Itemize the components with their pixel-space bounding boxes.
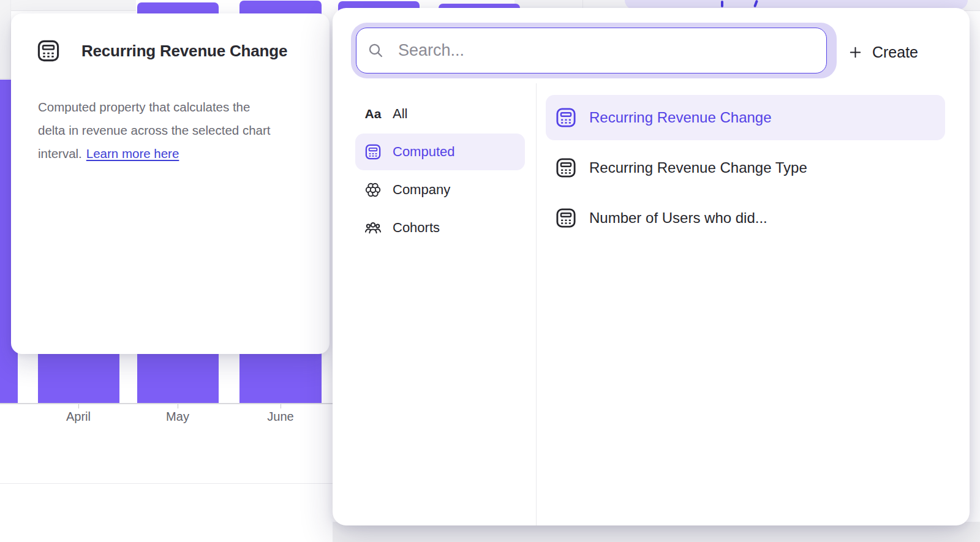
tooltip-description-line: Computed property that calculates the	[38, 96, 320, 119]
tooltip-description-line: interval.Learn more here	[38, 142, 320, 165]
search-input[interactable]	[397, 40, 814, 61]
category-tab-cohorts[interactable]: Cohorts	[333, 209, 536, 247]
text-aa-icon: Aa	[363, 104, 383, 124]
result-label: Recurring Revenue Change	[589, 109, 772, 126]
x-axis-label-june: June	[267, 410, 293, 424]
plus-icon	[848, 45, 863, 60]
result-item-recurring-revenue-change-type[interactable]: Recurring Revenue Change Type	[536, 143, 970, 193]
calculator-icon	[36, 38, 61, 64]
result-list: Recurring Revenue Change Recurring Reven…	[536, 92, 970, 243]
toolbar-strip-left	[0, 0, 136, 11]
category-list: Aa All Computed Company Cohorts	[333, 95, 536, 247]
axis-tick-april	[78, 404, 79, 408]
company-icon	[363, 180, 383, 200]
search-icon	[368, 42, 384, 59]
axis-tick-may	[178, 404, 178, 408]
result-label: Number of Users who did...	[589, 209, 767, 227]
category-label: Computed	[393, 144, 455, 160]
x-axis-label-april: April	[66, 410, 91, 424]
tooltip-title: Recurring Revenue Change	[81, 42, 287, 61]
screenshot-root: April May June Recurring Revenue Change …	[0, 0, 980, 542]
cutoff-text-fragment	[721, 1, 723, 7]
create-button[interactable]: Create	[848, 40, 918, 64]
cohorts-icon	[363, 218, 383, 238]
axis-tick-june	[281, 404, 281, 408]
learn-more-link[interactable]: Learn more here	[86, 146, 179, 160]
calculator-icon	[554, 156, 578, 179]
category-tab-all[interactable]: Aa All	[333, 95, 536, 133]
calculator-icon	[554, 206, 578, 230]
category-label: Cohorts	[393, 220, 440, 236]
search-field[interactable]	[356, 28, 827, 73]
result-label: Recurring Revenue Change Type	[589, 159, 807, 176]
result-item-recurring-revenue-change[interactable]: Recurring Revenue Change	[536, 92, 970, 143]
property-picker-popover: Create Aa All Computed Company	[333, 8, 970, 525]
tooltip-description: Computed property that calculates the de…	[38, 96, 320, 165]
chart-left-gutter	[0, 0, 11, 79]
category-tab-computed[interactable]: Computed	[333, 133, 536, 171]
x-axis-label-may: May	[166, 410, 189, 424]
category-label: All	[393, 106, 407, 122]
result-item-number-of-users-who-did[interactable]: Number of Users who did...	[536, 193, 970, 243]
calculator-icon	[554, 106, 578, 129]
tooltip-description-line-end: interval.	[38, 146, 82, 160]
cutoff-text-fragment	[753, 0, 758, 7]
tooltip-description-line: delta in revenue across the selected cha…	[38, 119, 320, 142]
picker-body: Aa All Computed Company Cohorts	[333, 86, 970, 525]
category-label: Company	[393, 182, 450, 198]
calculator-icon	[363, 142, 383, 162]
create-button-label: Create	[872, 43, 918, 61]
tooltip-header: Recurring Revenue Change	[36, 38, 287, 64]
category-tab-company[interactable]: Company	[333, 171, 536, 209]
property-tooltip-card: Recurring Revenue Change Computed proper…	[11, 13, 330, 354]
